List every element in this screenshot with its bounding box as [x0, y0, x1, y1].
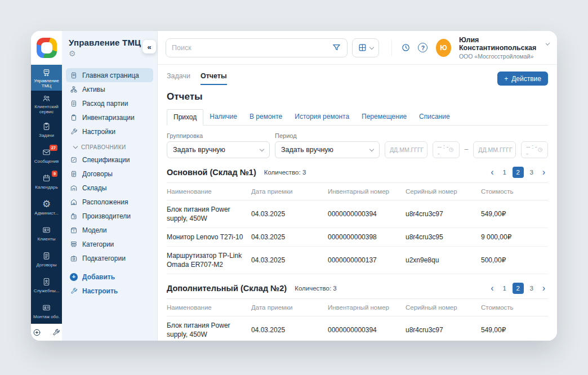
- view-grid-button[interactable]: [352, 38, 379, 57]
- sidebar-item-label: Договоры: [82, 170, 113, 178]
- date-from-input[interactable]: ДД.ММ.ГГГГ: [385, 141, 427, 158]
- badge-card-icon: [42, 303, 51, 313]
- rail-item-tmc[interactable]: Управление ТМЦ: [31, 65, 62, 91]
- tab-tasks[interactable]: Задачи: [167, 72, 190, 85]
- factory-icon: [70, 212, 78, 220]
- cell-date: 04.03.2025: [251, 209, 328, 218]
- sidebar-item-subcategories[interactable]: Подкатегории: [66, 251, 153, 265]
- report-tab-writeoff[interactable]: Списание: [413, 109, 456, 125]
- rail-item-installation[interactable]: Монтаж обо.: [31, 298, 62, 324]
- sidebar-item-specifications[interactable]: Спецификации: [66, 153, 153, 167]
- user-avatar[interactable]: Ю: [436, 39, 451, 57]
- cell-serial-number: u8r4cru3c97: [406, 209, 481, 218]
- table-row[interactable]: Маршрутизатор TP-Link Omada ER707-M2 04.…: [167, 247, 548, 274]
- sidebar-item-inventories[interactable]: Инвентаризации: [66, 110, 153, 124]
- col-name: Наименование: [167, 304, 251, 311]
- rail-item-label: Договоры: [37, 262, 57, 267]
- filter-funnel-icon[interactable]: [332, 43, 341, 52]
- home-icon: [70, 198, 78, 206]
- wrench-icon[interactable]: [50, 325, 63, 340]
- rail-item-tasks[interactable]: Задачи: [31, 117, 62, 142]
- module-title: Управление ТМЦ: [69, 38, 153, 47]
- rail-item-label: Сообщения: [34, 159, 59, 164]
- rail-item-admin[interactable]: ⚙ Админист...: [31, 194, 62, 220]
- configure-button[interactable]: Настроить: [66, 284, 153, 298]
- page-prev-button[interactable]: ‹: [488, 168, 496, 177]
- sidebar-item-settings[interactable]: Настройки: [66, 124, 153, 139]
- page-number[interactable]: 3: [526, 167, 537, 178]
- grouping-select[interactable]: Задать вручную: [167, 141, 270, 158]
- app-logo[interactable]: [31, 31, 62, 65]
- report-tab-in-repair[interactable]: В ремонте: [243, 109, 288, 125]
- search-box[interactable]: [166, 38, 348, 57]
- sidebar-item-batch-expense[interactable]: Расход партии: [66, 96, 153, 110]
- section-count: Количество: 3: [295, 285, 337, 292]
- rail-item-contracts[interactable]: Договоры: [31, 246, 62, 272]
- module-settings-gear-icon[interactable]: ⚙: [69, 49, 76, 58]
- note-pen-icon: [70, 156, 78, 164]
- col-serial-number: Серийный номер: [406, 304, 481, 311]
- help-icon[interactable]: ?: [417, 41, 429, 55]
- sidebar-item-categories[interactable]: Категории: [66, 237, 153, 251]
- user-menu[interactable]: Юлия Константинопольская ООО «Мосгосстро…: [459, 36, 549, 60]
- rail-item-service-notes[interactable]: Служебны...: [31, 272, 62, 298]
- rail-item-client-service[interactable]: Клиентский сервис: [31, 91, 62, 117]
- table-row[interactable]: Блок питания Power supply, 450W 04.03.20…: [167, 316, 548, 341]
- sidebar-item-locations[interactable]: Расположения: [66, 195, 153, 209]
- table-row[interactable]: Блок питания Power supply, 450W 04.03.20…: [167, 200, 548, 228]
- page-prev-button[interactable]: ‹: [488, 284, 496, 293]
- col-inventory-number: Инвентарный номер: [328, 304, 406, 311]
- add-button[interactable]: + Добавить: [66, 270, 153, 284]
- col-cost: Стоимость: [481, 304, 548, 311]
- date-to-input[interactable]: ДД.ММ.ГГГГ: [473, 141, 516, 158]
- content: Задачи Отчеты + Действие Отчеты Приход Н…: [158, 65, 557, 341]
- rail-item-clients[interactable]: Клиенты: [31, 220, 62, 246]
- period-select[interactable]: Задать вручную: [275, 141, 380, 158]
- sidebar-item-assets[interactable]: Активы: [66, 82, 153, 96]
- user-name: Юлия Константинопольская: [459, 36, 542, 52]
- rail-item-label: Календарь: [35, 185, 57, 190]
- sidebar-item-contracts[interactable]: Договоры: [66, 167, 153, 181]
- page-next-button[interactable]: ›: [540, 168, 548, 177]
- report-tab-movement[interactable]: Перемещение: [355, 109, 413, 125]
- report-tab-incoming[interactable]: Приход: [167, 109, 203, 126]
- page-number[interactable]: 1: [499, 283, 510, 294]
- calendar-icon: 9: [42, 173, 51, 184]
- mail-icon: 27: [42, 148, 51, 158]
- plus-circle-icon[interactable]: [31, 325, 43, 340]
- question-mark-glyph: ?: [418, 43, 427, 52]
- tab-reports[interactable]: Отчеты: [201, 72, 227, 85]
- action-button[interactable]: + Действие: [497, 72, 548, 86]
- chevron-down-icon: [545, 41, 550, 46]
- inventory-cart-icon: [42, 67, 51, 77]
- module-sidebar: Управление ТМЦ ⚙ « Главная страница Акти…: [62, 31, 158, 341]
- grouping-value: Задать вручную: [173, 146, 225, 154]
- sidebar-collapse-button[interactable]: «: [142, 40, 156, 53]
- rail-item-messages[interactable]: 27 Сообщения: [31, 142, 62, 168]
- cell-serial-number: u8r4cru3c95: [406, 233, 481, 242]
- time-from-input[interactable]: -- : --: [433, 141, 460, 158]
- search-input[interactable]: [172, 44, 327, 52]
- sidebar-section-directories[interactable]: СПРАВОЧНИКИ: [74, 144, 145, 150]
- sidebar-item-home[interactable]: Главная страница: [66, 68, 153, 82]
- main-area: ? Ю Юлия Константинопольская ООО «Мосгос…: [158, 31, 557, 341]
- page-number-active[interactable]: 2: [513, 283, 524, 294]
- sidebar-item-manufacturers[interactable]: Производители: [66, 209, 153, 223]
- page-number-active[interactable]: 2: [513, 167, 524, 178]
- table-row[interactable]: Монитор Lenovo T27i-10 04.03.2025 000000…: [167, 228, 548, 247]
- page-number[interactable]: 3: [526, 283, 537, 294]
- section-title: Дополнительный (Склад №2): [167, 284, 287, 293]
- time-to-input[interactable]: -- : --: [521, 141, 548, 158]
- cell-cost: 500,00₽: [481, 256, 548, 265]
- sidebar-item-label: Инвентаризации: [82, 114, 135, 122]
- report-tab-availability[interactable]: Наличие: [203, 109, 243, 125]
- report-tab-repair-history[interactable]: История ремонта: [288, 109, 355, 125]
- rail-item-calendar[interactable]: 9 Календарь: [31, 168, 62, 194]
- sidebar-item-models[interactable]: Модели: [66, 223, 153, 237]
- history-clock-icon[interactable]: [400, 41, 412, 55]
- page-number[interactable]: 1: [499, 167, 510, 178]
- topbar-divider: [391, 40, 392, 56]
- filters-row: Группировка Задать вручную Период Задать…: [167, 132, 548, 158]
- sidebar-item-warehouses[interactable]: Склады: [66, 181, 153, 195]
- page-next-button[interactable]: ›: [540, 284, 548, 293]
